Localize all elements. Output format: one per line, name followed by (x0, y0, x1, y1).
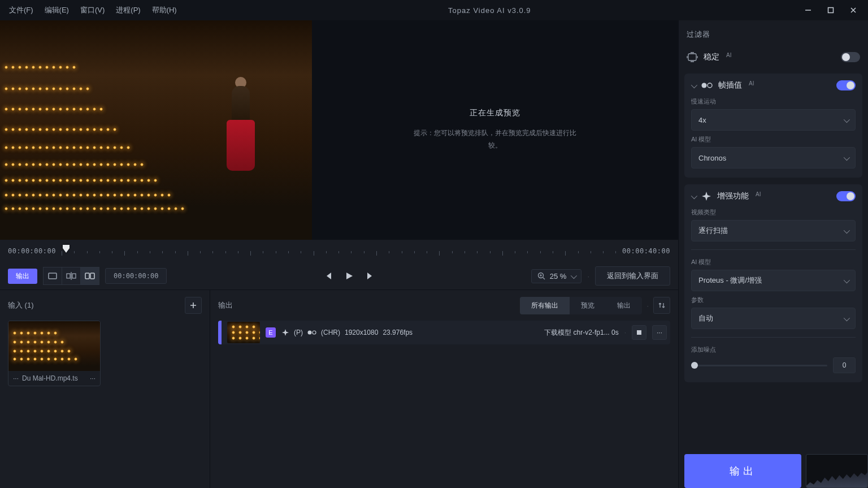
chevron-down-icon (844, 227, 848, 235)
play-icon[interactable] (345, 271, 354, 280)
view-single-icon[interactable] (43, 267, 62, 285)
svg-rect-10 (688, 54, 696, 61)
stabilize-toggle[interactable] (841, 52, 860, 62)
titlebar: 文件(F) 编辑(E) 窗口(V) 进程(P) 帮助(H) Topaz Vide… (0, 0, 868, 20)
output-mark-button[interactable]: 输出 (8, 269, 37, 284)
chevron-down-icon[interactable] (691, 192, 696, 201)
output-proteus-tag: (P) (294, 329, 303, 336)
generating-tip: 提示：您可以将预览排队，并在预览完成后快速进行比较。 (410, 127, 580, 152)
enhance-toggle[interactable] (836, 191, 856, 201)
timecode-start: 00:00:00:00 (8, 247, 56, 255)
svg-rect-9 (637, 330, 641, 335)
output-fps: 23.976fps (383, 329, 413, 336)
params-select[interactable]: 自动 (691, 308, 856, 329)
menu-edit[interactable]: 编辑(E) (40, 3, 73, 18)
menu-bar: 文件(F) 编辑(E) 窗口(V) 进程(P) 帮助(H) (5, 3, 181, 18)
chevron-down-icon[interactable] (691, 81, 696, 90)
main-area: 正在生成预览 提示：您可以将预览排队，并在预览完成后快速进行比较。 00:00:… (0, 20, 678, 488)
sparkle-icon (281, 329, 289, 336)
output-pane-title: 输出 (218, 300, 233, 310)
timeline-track[interactable] (62, 244, 617, 258)
svg-rect-1 (49, 273, 57, 279)
window-controls (798, 2, 863, 18)
close-icon[interactable] (843, 2, 863, 18)
timecode-end: 00:00:40:00 (622, 247, 670, 255)
video-frame (0, 20, 312, 240)
noise-slider[interactable] (691, 365, 827, 366)
noise-label: 添加噪点 (691, 346, 856, 354)
tab-preview[interactable]: 预览 (570, 297, 606, 314)
preview-status: 正在生成预览 提示：您可以将预览排队，并在预览完成后快速进行比较。 (312, 20, 678, 240)
slow-motion-label: 慢速运动 (691, 97, 856, 106)
filters-sidebar: 过滤器 稳定 AI 帧插值 AI 慢速运动 4x (678, 20, 868, 488)
enhance-badge: E (266, 327, 276, 338)
row-more-button[interactable]: ··· (652, 325, 667, 340)
enhance-label: 增强功能 (717, 191, 749, 201)
interp-model-select[interactable]: Chronos (691, 147, 856, 169)
output-status-text: 下载模型 chr-v2-fp1... 0s (544, 328, 618, 338)
histogram-scope[interactable] (806, 454, 868, 488)
timeline[interactable]: 00:00:00:00 00:00:40:00 (0, 240, 678, 262)
interp-label: 帧插值 (718, 80, 742, 90)
more-icon[interactable]: ··· (13, 374, 19, 382)
svg-rect-4 (85, 273, 89, 279)
tab-output[interactable]: 输出 (606, 297, 642, 314)
back-to-input-button[interactable]: 返回到输入界面 (595, 266, 670, 286)
enhance-model-select[interactable]: Proteus - 微调/增强 (691, 270, 856, 291)
chevron-down-icon (844, 154, 848, 162)
menu-process[interactable]: 进程(P) (111, 3, 145, 18)
noise-value[interactable]: 0 (833, 357, 856, 373)
slow-motion-select[interactable]: 4x (691, 109, 856, 131)
menu-file[interactable]: 文件(F) (5, 3, 38, 18)
preview-area: 正在生成预览 提示：您可以将预览排队，并在预览完成后快速进行比较。 (0, 20, 678, 240)
input-thumbnail (8, 321, 100, 371)
svg-point-11 (702, 83, 707, 88)
video-type-label: 视频类型 (691, 208, 856, 217)
filter-stabilize: 稳定 AI (679, 44, 868, 70)
output-resolution: 1920x1080 (345, 329, 378, 336)
view-side-icon[interactable] (80, 267, 99, 285)
filter-enhance-group: 增强功能 AI 视频类型 逐行扫描 AI 模型 Proteus - 微调/增强 … (684, 184, 862, 382)
params-label: 参数 (691, 296, 856, 304)
interp-model-label: AI 模型 (691, 135, 856, 144)
input-item[interactable]: ··· Du Mal-HD.mp4.ts ··· (8, 321, 101, 386)
stabilize-icon (687, 52, 698, 62)
app-title: Topaz Video AI v3.0.9 (181, 6, 798, 15)
preview-video[interactable] (0, 20, 312, 240)
maximize-icon[interactable] (821, 2, 841, 18)
filters-title: 过滤器 (679, 20, 868, 44)
output-row[interactable]: E (P) (CHR) 1920x1080 23.976fps 下载模型 chr… (218, 321, 670, 344)
more-icon[interactable]: ··· (90, 374, 96, 382)
output-thumbnail (227, 322, 260, 343)
video-type-select[interactable]: 逐行扫描 (691, 220, 856, 241)
interp-icon (307, 330, 316, 335)
output-chronos-tag: (CHR) (321, 329, 340, 336)
view-split-icon[interactable] (62, 267, 81, 285)
menu-window[interactable]: 窗口(V) (76, 3, 109, 18)
chevron-down-icon (844, 314, 848, 323)
interp-icon (701, 81, 713, 89)
cancel-job-button[interactable] (632, 325, 646, 340)
enhance-model-label: AI 模型 (691, 258, 856, 266)
stabilize-label: 稳定 (704, 52, 719, 62)
zoom-value: 25 % (550, 272, 567, 280)
export-button[interactable]: 输出 (684, 454, 801, 488)
input-pane: 输入 (1) ··· Du Mal-HD.mp4.ts ··· (0, 290, 210, 488)
step-forward-icon[interactable] (366, 271, 375, 280)
step-back-icon[interactable] (323, 271, 332, 280)
timecode-current[interactable]: 00:00:00:00 (105, 268, 167, 284)
svg-rect-5 (90, 273, 94, 279)
minimize-icon[interactable] (798, 2, 818, 18)
zoom-select[interactable]: 25 % (531, 269, 582, 283)
sparkle-icon (701, 191, 711, 201)
svg-rect-0 (828, 8, 834, 13)
menu-help[interactable]: 帮助(H) (147, 3, 181, 18)
add-input-button[interactable] (185, 297, 202, 314)
sort-button[interactable] (653, 297, 670, 314)
zoom-icon (537, 272, 545, 280)
interp-toggle[interactable] (836, 80, 856, 90)
tab-all-output[interactable]: 所有输出 (520, 297, 570, 314)
chevron-down-icon (844, 116, 848, 124)
svg-rect-3 (72, 274, 76, 278)
transport-bar: 输出 00:00:00:00 25 % · 返回到输入界面 (0, 262, 678, 290)
